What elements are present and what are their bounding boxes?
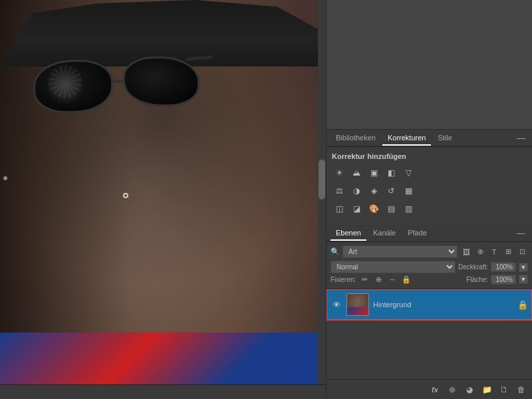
glasses-bridge [112,80,125,83]
opacity-step-down-btn[interactable]: ▼ [519,263,528,272]
fix-move-btn[interactable]: ↔ [386,273,398,285]
new-layer-btn[interactable]: 🗋 [497,383,511,396]
layer-filter-icons: 🖼 ⊕ T ⊞ ⊡ [460,246,528,258]
fix-all-btn[interactable]: 🔒 [400,273,412,285]
hsl-icon-btn[interactable]: ⚖ [332,184,346,198]
group-icon: 📁 [482,385,492,394]
corrections-icons-row-1: ☀ ⛰ ▣ ◧ ▽ [332,166,527,180]
tab-bibliotheken[interactable]: Bibliotheken [331,131,381,146]
sunglasses [13,53,213,126]
corrections-collapse-btn[interactable]: — [514,132,528,144]
layer-lock-icon: 🔒 [517,299,528,310]
curves-icon-btn[interactable]: ⛰ [349,166,364,180]
tab-kanaele[interactable]: Kanäle [368,226,401,241]
channelmixer-icon-btn[interactable]: ▦ [401,184,416,198]
tab-stile[interactable]: Stile [432,131,457,146]
reflection-pattern [49,65,82,98]
scrollbar-thumb[interactable] [319,160,325,200]
fix-pixels-btn[interactable]: ⊕ [372,273,384,285]
fix-row: Fixieren: ✏ ⊕ ↔ 🔒 Fläche: 100% ▼ [331,273,528,285]
tab-pfade[interactable]: Pfade [402,226,432,241]
thumb-shirt [347,307,368,315]
mask-icon: ⊕ [449,385,456,394]
layer-thumbnail [346,293,369,316]
fix-draw-btn[interactable]: ✏ [358,273,370,285]
fix-icons: ✏ ⊕ ↔ 🔒 [358,273,412,285]
layer-list: 👁 Hintergrund 🔒 [327,289,532,379]
corrections-icons-row-3: ◫ ◪ 🎨 ▤ ▥ [332,201,527,216]
trash-icon: 🗑 [517,385,525,394]
new-group-btn[interactable]: 📁 [480,383,493,396]
ear-stud [3,176,7,180]
glasses-frame [13,53,213,126]
posterize-icon-btn[interactable]: 🎨 [366,201,381,216]
canvas-status-bar [0,384,326,399]
add-style-btn[interactable]: fx [428,383,442,396]
colorlookup-icon-btn[interactable]: ◫ [332,201,346,216]
exposure-icon-btn[interactable]: ◧ [384,166,398,180]
filter-text-btn[interactable]: T [488,246,500,258]
colorbalance-icon-btn[interactable]: ◑ [349,184,364,198]
blend-opacity-row: Normal Deckkraft: 100% ▼ [331,261,528,273]
invert-icon-btn[interactable]: ◪ [349,201,364,216]
add-adjustment-btn[interactable]: ◕ [463,383,476,396]
tab-ebenen[interactable]: Ebenen [331,226,366,241]
fill-label: Fläche: [466,276,488,283]
blend-mode-select[interactable]: Normal [331,261,456,273]
opacity-value: 100% [491,262,516,272]
fill-step-down-btn[interactable]: ▼ [519,275,528,284]
filter-adjustment-btn[interactable]: ⊕ [474,246,486,258]
corrections-content: Korrektur hinzufügen ☀ ⛰ ▣ ◧ ▽ ⚖ ◑ ◈ ↺ ▦… [327,147,532,225]
gradientmap-icon-btn[interactable]: ▥ [401,201,416,216]
corrections-title: Korrektur hinzufügen [332,152,527,160]
filter-search-icon: 🔍 [331,247,340,256]
layer-item-hintergrund[interactable]: 👁 Hintergrund 🔒 [327,289,532,320]
levels-icon-btn[interactable]: ▣ [366,166,381,180]
lens-right [123,57,200,106]
delete-layer-btn[interactable]: 🗑 [515,383,528,396]
threshold-icon-btn[interactable]: ▤ [384,201,398,216]
corrections-tabs: Bibliotheken Korrekturen Stile — [327,130,532,147]
layers-collapse-btn[interactable]: — [514,227,528,239]
photofilter-icon-btn[interactable]: ↺ [384,184,398,198]
brightness-icon-btn[interactable]: ☀ [332,166,346,180]
add-mask-btn[interactable]: ⊕ [446,383,459,396]
canvas-area [0,0,326,399]
layer-name: Hintergrund [373,301,513,309]
layer-filter-row: 🔍 Art 🖼 ⊕ T ⊞ ⊡ [331,245,528,258]
layer-visibility-toggle[interactable]: 👁 [331,299,342,311]
layers-toolbar: fx ⊕ ◕ 📁 🗋 🗑 [327,379,532,399]
canvas-scrollbar[interactable] [318,0,326,399]
glasses-arm [186,55,213,61]
adjustment-icon: ◕ [466,385,473,394]
filter-image-btn[interactable]: 🖼 [460,246,472,258]
tab-korrekturen[interactable]: Korrekturen [382,131,431,146]
fill-value: 100% [491,275,516,285]
fix-label: Fixieren: [331,276,356,283]
corrections-icons-row-2: ⚖ ◑ ◈ ↺ ▦ [332,184,527,198]
lens-left [33,60,113,113]
right-panel: Bibliotheken Korrekturen Stile — Korrekt… [326,0,532,399]
bw-icon-btn[interactable]: ◈ [366,184,381,198]
panel-top-placeholder [327,0,532,130]
layer-filter-select[interactable]: Art [342,245,458,258]
layer-controls: 🔍 Art 🖼 ⊕ T ⊞ ⊡ Normal Deckkraft: 100% ▼… [327,242,532,289]
canvas-photo [0,0,326,399]
new-layer-icon: 🗋 [500,385,508,394]
nose-piercing [123,193,128,198]
layers-tabs: Ebenen Kanäle Pfade — [327,225,532,242]
filter-smart-btn[interactable]: ⊡ [516,246,528,258]
opacity-label: Deckkraft: [458,263,488,271]
fx-icon: fx [432,386,438,394]
vibrance-icon-btn[interactable]: ▽ [401,166,416,180]
filter-shape-btn[interactable]: ⊞ [502,246,514,258]
